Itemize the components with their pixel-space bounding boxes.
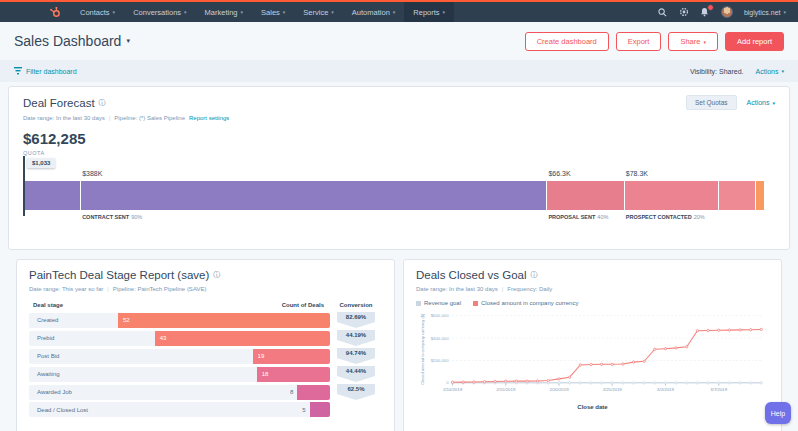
settings-gear-icon[interactable] [679, 7, 689, 17]
funnel-bar[interactable]: 19 [253, 349, 330, 364]
chevron-down-icon [283, 9, 286, 15]
chevron-down-icon [184, 9, 187, 15]
chevron-down-icon [781, 68, 784, 74]
table-row[interactable]: Prebid 43 44.19% [29, 330, 382, 346]
legend-closed-amount[interactable]: Closed amount in company currency [473, 300, 578, 306]
chevron-down-icon [703, 39, 706, 45]
forecast-segment[interactable] [23, 181, 80, 210]
forecast-segment-proposal-sent[interactable]: $66.3K PROPOSAL SENT40% [546, 181, 623, 210]
quota-marker-line [23, 156, 25, 216]
svg-text:3/7/2019: 3/7/2019 [710, 387, 727, 392]
visibility-status: Visibility: Shared. [690, 68, 744, 75]
table-row[interactable]: Dead / Closed Lost 5 [29, 402, 382, 417]
chevron-down-icon [783, 9, 786, 15]
legend-swatch [473, 301, 478, 306]
svg-text:3/2/2019: 3/2/2019 [657, 387, 674, 392]
chevron-down-icon [443, 9, 446, 15]
deals-closed-title: Deals Closed vs Goal [416, 269, 527, 281]
segment-amount: $78.3K [626, 170, 648, 177]
help-button[interactable]: Help [765, 402, 791, 424]
table-row[interactable]: Awarded Job 8 62.5% [29, 384, 382, 400]
chevron-down-icon [772, 100, 775, 106]
segment-stage-label: CONTRACT SENT90% [82, 214, 142, 220]
filter-dashboard-button[interactable]: Filter dashboard [14, 67, 77, 75]
table-row[interactable]: Awaiting 18 44.44% [29, 366, 382, 382]
chevron-down-icon [331, 9, 334, 15]
segment-stage-label: PROSPECT CONTACTED20% [626, 214, 705, 220]
funnel-bar[interactable]: 18 [257, 367, 330, 382]
info-icon[interactable]: ⓘ [99, 98, 106, 108]
svg-text:2/15/2019: 2/15/2019 [496, 387, 516, 392]
table-row[interactable]: Post Bid 19 94.74% [29, 348, 382, 364]
top-navigation: Contacts Conversations Marketing Sales S… [0, 2, 798, 22]
deal-forecast-title: Deal Forecast [23, 97, 95, 109]
deal-stage-meta: Date range: This year so far| Pipeline: … [29, 286, 382, 292]
forecast-segment-prospect-contacted[interactable]: $78.3K PROSPECT CONTACTED20% [624, 181, 718, 210]
svg-text:$200,000: $200,000 [431, 358, 450, 363]
info-icon[interactable]: ⓘ [213, 270, 220, 280]
user-avatar[interactable] [721, 6, 733, 18]
hubspot-logo-icon[interactable] [50, 7, 61, 18]
funnel-bar[interactable] [297, 385, 330, 400]
notification-badge [707, 4, 714, 11]
svg-text:2/20/2019: 2/20/2019 [549, 387, 569, 392]
deal-stage-report-title: PainTech Deal Stage Report (save) [29, 269, 209, 281]
deal-stage-report-card: PainTech Deal Stage Report (save) ⓘ Date… [16, 259, 395, 431]
deal-forecast-card: Deal Forecast ⓘ Set Quotas Actions Date … [8, 86, 790, 250]
funnel-bar[interactable] [310, 402, 330, 417]
page-title[interactable]: Sales Dashboard [14, 33, 130, 49]
forecast-segment-contract-sent[interactable]: $388K CONTRACT SENT90% [80, 181, 546, 210]
funnel-bar[interactable]: 43 [155, 331, 330, 346]
forecast-segment[interactable] [718, 181, 756, 210]
funnel-bar[interactable]: 52 [118, 313, 330, 328]
create-dashboard-button[interactable]: Create dashboard [525, 32, 609, 51]
filter-icon [14, 67, 22, 75]
share-button[interactable]: Share [668, 32, 718, 51]
nav-item-contacts[interactable]: Contacts [71, 2, 124, 22]
forecast-meta: Date range: In the last 30 days| Pipelin… [23, 115, 775, 121]
quota-label: QUOTA [23, 150, 775, 156]
notifications-bell-icon[interactable] [700, 7, 710, 17]
nav-item-marketing[interactable]: Marketing [196, 2, 252, 22]
svg-text:Closed amount in company curre: Closed amount in company currency ($) [420, 313, 425, 385]
account-menu[interactable]: biglytics.net [744, 9, 786, 16]
report-settings-link[interactable]: Report settings [189, 115, 229, 121]
conversion-badge: 44.19% [337, 330, 375, 346]
svg-text:2/25/2019: 2/25/2019 [603, 387, 623, 392]
chevron-down-icon [241, 9, 244, 15]
conversion-badge: 62.5% [337, 384, 375, 400]
chevron-down-icon [113, 9, 116, 15]
dashboard-actions-menu[interactable]: Actions [756, 68, 784, 75]
info-icon[interactable]: ⓘ [531, 270, 538, 280]
export-button[interactable]: Export [616, 32, 662, 51]
forecast-actions-menu[interactable]: Actions [747, 99, 775, 106]
nav-item-sales[interactable]: Sales [252, 2, 294, 22]
nav-item-service[interactable]: Service [294, 2, 343, 22]
segment-amount: $388K [82, 170, 102, 177]
quota-marker-value: $1,033 [27, 158, 55, 168]
table-header: Deal stage Count of Deals Conversion [29, 302, 382, 308]
forecast-segment[interactable] [755, 181, 763, 210]
add-report-button[interactable]: Add report [725, 32, 784, 51]
deals-closed-meta: Date range: In the last 30 days| Frequen… [416, 286, 769, 292]
filter-bar: Filter dashboard Visibility: Shared. Act… [0, 60, 798, 82]
svg-text:$400,000: $400,000 [431, 336, 450, 341]
nav-item-automation[interactable]: Automation [343, 2, 404, 22]
conversion-badge: 94.74% [337, 348, 375, 364]
nav-item-reports[interactable]: Reports [404, 2, 454, 22]
segment-stage-label: PROPOSAL SENT40% [548, 214, 608, 220]
conversion-badge: 82.69% [337, 312, 375, 328]
dashboard-header: Sales Dashboard Create dashboard Export … [0, 22, 798, 60]
set-quotas-button[interactable]: Set Quotas [686, 95, 737, 110]
forecast-total-amount: $612,285 [23, 130, 775, 147]
svg-text:0: 0 [446, 380, 449, 385]
table-row[interactable]: Created 52 82.69% [29, 312, 382, 328]
nav-item-conversations[interactable]: Conversations [124, 2, 195, 22]
search-icon[interactable] [658, 7, 668, 17]
deals-closed-vs-goal-card: Deals Closed vs Goal ⓘ Date range: In th… [403, 259, 782, 431]
legend-revenue-goal[interactable]: Revenue goal [416, 300, 461, 306]
chevron-down-icon [126, 37, 130, 45]
conversion-badge: 44.44% [337, 366, 375, 382]
deals-closed-line-chart[interactable]: 0$200,000$400,000$600,0002/10/20192/15/2… [416, 308, 769, 410]
svg-text:$600,000: $600,000 [431, 313, 450, 318]
